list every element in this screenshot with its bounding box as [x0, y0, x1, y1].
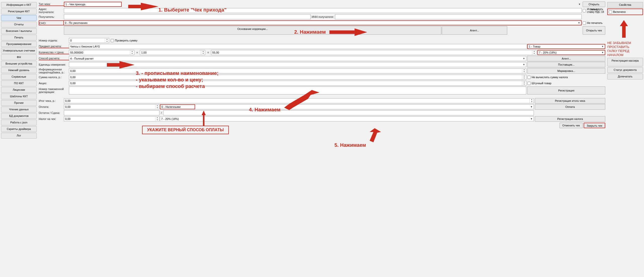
eq-label: =	[205, 51, 211, 54]
no-calc-tax-checkbox[interactable]: Не вычислять сумму налога	[527, 76, 605, 79]
enabled-checkbox[interactable]: Включено	[607, 9, 643, 15]
open-shift-button[interactable]: Открыть смену	[583, 2, 605, 7]
agent-header-button[interactable]: Агент...	[442, 26, 507, 35]
sidebar-item-scripts[interactable]: Скрипты драйвера	[1, 126, 37, 132]
recipient-addr-input[interactable]	[64, 8, 582, 13]
sidebar-item-fn[interactable]: ФН	[1, 54, 37, 60]
check-total-spinner[interactable]: 0,00 ▲▼	[64, 98, 534, 103]
spin-up-icon[interactable]: ▲	[201, 50, 205, 53]
price-spinner[interactable]: 1,00 ▲▼	[140, 50, 205, 55]
spin-up-icon[interactable]: ▲	[105, 38, 109, 40]
spin-down-icon[interactable]: ▼	[155, 119, 159, 121]
sno-value: 0 - По умолчанию	[65, 21, 88, 25]
sidebar-item-other[interactable]: Прочее	[1, 100, 37, 106]
spin-down-icon[interactable]: ▼	[522, 83, 526, 85]
reprint-button[interactable]: Допечатать	[607, 74, 643, 79]
sidebar-item-templates[interactable]: Шаблоны ККТ	[1, 94, 37, 99]
properties-header: Свойства	[607, 2, 643, 8]
register-item-button[interactable]: Регистрация	[527, 86, 605, 95]
check-sum-input[interactable]	[111, 39, 114, 42]
sno-combo[interactable]: 0 - По умолчанию ▼	[64, 20, 582, 25]
line-total-spinner[interactable]: 55,00 ▲▼	[211, 50, 536, 55]
change-input[interactable]	[163, 110, 534, 115]
spin-down-icon[interactable]: ▼	[530, 101, 534, 103]
sidebar-item-low-level[interactable]: Нижний уровень	[1, 67, 37, 73]
tax-check-rate-combo[interactable]: 7 - 20% (18%) ▼	[160, 116, 534, 121]
enabled-check-input[interactable]	[609, 10, 612, 14]
vat18-checkbox[interactable]: Использовать ставку НДС 18	[583, 8, 605, 13]
spin-down-icon[interactable]: ▼	[522, 77, 526, 79]
tax-rate-combo[interactable]: 7 - 20% (18%) ▼	[537, 50, 605, 55]
spin-up-icon[interactable]: ▲	[532, 50, 536, 53]
sidebar-item-kkt-info[interactable]: Информация о ККТ	[1, 2, 37, 8]
close-check-button[interactable]: Закрыть чек	[584, 123, 605, 128]
sidebar-item-json[interactable]: Работа с json	[1, 120, 37, 125]
spin-down-icon[interactable]: ▼	[155, 107, 159, 109]
piece-goods-checkbox[interactable]: Штучный товар	[527, 82, 605, 85]
subject-input[interactable]: Чипсы с беконом LAYS	[69, 44, 527, 49]
vat18-check-input[interactable]	[583, 9, 586, 12]
spin-up-icon[interactable]: ▲	[155, 105, 159, 107]
dept-spinner[interactable]: 0 ▲▼	[69, 38, 109, 43]
customs-input[interactable]	[69, 86, 526, 95]
sidebar-item-kkt-reg[interactable]: Регистрация ККТ	[1, 9, 37, 14]
piece-goods-input[interactable]	[527, 82, 531, 85]
no-calc-tax-input[interactable]	[527, 76, 531, 79]
spin-up-icon[interactable]: ▲	[530, 99, 534, 101]
remainder-input[interactable]	[64, 110, 159, 115]
payment-spinner[interactable]: 0,00 ▲▼	[64, 104, 159, 109]
tax-check-spinner[interactable]: 0,00 ▲▼	[64, 116, 159, 121]
spin-up-icon[interactable]: ▲	[155, 117, 159, 119]
method-combo[interactable]: 4 - Полный расчет ▼	[69, 56, 526, 61]
qty-spinner[interactable]: 55,000000 ▲▼	[69, 50, 134, 55]
spin-down-icon[interactable]: ▼	[201, 53, 205, 55]
sidebar-item-licenses[interactable]: Лицензии	[1, 87, 37, 93]
payment-button[interactable]: Оплата	[535, 104, 605, 110]
open-check-button[interactable]: Открыть чек	[583, 26, 605, 35]
payment-type-combo-ext[interactable]: ▼	[195, 104, 534, 109]
check-type-combo[interactable]: 1 - Чек прихода	[64, 2, 122, 7]
register-tax-button[interactable]: Регистрация налога	[535, 116, 605, 122]
no-print-checkbox[interactable]: Не печатать	[583, 21, 605, 25]
check-sum-checkbox[interactable]: Проверять сумму	[111, 39, 137, 42]
sidebar-item-reports[interactable]: Отчеты	[1, 22, 37, 27]
sidebar-item-kkt-sw[interactable]: ПО ККТ	[1, 80, 37, 86]
sidebar-item-check[interactable]: Чек	[1, 15, 37, 21]
doc-status-button[interactable]: Статус документа	[607, 67, 643, 73]
spin-down-icon[interactable]: ▼	[105, 40, 109, 43]
recipient-input[interactable]	[64, 14, 311, 19]
excise-spinner[interactable]: 0,00 ▲▼	[69, 81, 526, 86]
sidebar-item-counters[interactable]: Универсальные счетчики	[1, 48, 37, 54]
price-value: 1,00	[140, 50, 201, 55]
marking-button[interactable]: Маркировка...	[527, 68, 605, 74]
sidebar-item-programming[interactable]: Программирование	[1, 41, 37, 47]
sidebar-item-ext-devices[interactable]: Внешние устройства	[1, 61, 37, 67]
sidebar-item-log[interactable]: Лог	[1, 133, 37, 138]
sidebar-item-deposits[interactable]: Внесения / выплаты	[1, 28, 37, 34]
spin-up-icon[interactable]: ▲	[522, 75, 526, 77]
correction-basis-button[interactable]: Основание коррекции...	[64, 26, 441, 35]
spin-up-icon[interactable]: ▲	[522, 81, 526, 83]
inn-input[interactable]	[335, 14, 582, 19]
register-total-button[interactable]: Регистрация итога чека	[535, 98, 605, 104]
agent-item-button[interactable]: Агент...	[527, 56, 605, 61]
subject-type-combo[interactable]: 1 - Товар ▼	[527, 44, 605, 49]
tax-sum-spinner[interactable]: 0,00 ▲▼	[69, 75, 526, 80]
spin-up-icon[interactable]: ▲	[522, 69, 526, 71]
spin-down-icon[interactable]: ▼	[532, 53, 536, 55]
discount-spinner[interactable]: 0,00 ▲▼	[69, 68, 526, 73]
no-print-check-input[interactable]	[583, 21, 586, 25]
sidebar-item-print[interactable]: Печать	[1, 35, 37, 40]
sidebar-item-db-docs[interactable]: БД документов	[1, 113, 37, 119]
spin-down-icon[interactable]: ▼	[130, 53, 134, 55]
sidebar-item-read-data[interactable]: Чтение данных	[1, 107, 37, 112]
supplier-button[interactable]: Поставщик...	[527, 62, 605, 67]
chevron-down-icon[interactable]: ▼	[578, 2, 581, 7]
sidebar-item-service[interactable]: Сервисные	[1, 74, 37, 80]
cancel-check-button[interactable]: Отменить чек	[560, 123, 583, 128]
spin-down-icon[interactable]: ▼	[522, 71, 526, 73]
spin-up-icon[interactable]: ▲	[130, 50, 134, 53]
cashier-reg-button[interactable]: Регистрация кассира	[607, 58, 643, 66]
unit-combo[interactable]: ▼	[69, 62, 526, 67]
payment-type-combo[interactable]: 0 - Наличными	[160, 104, 195, 109]
